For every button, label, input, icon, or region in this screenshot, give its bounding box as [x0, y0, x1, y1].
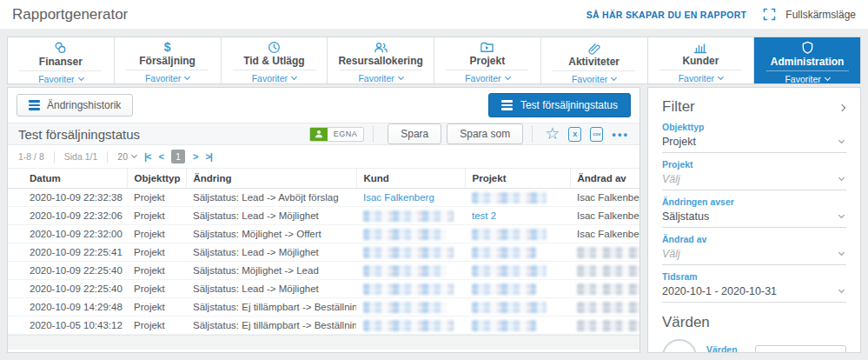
- page-size-select[interactable]: 20: [117, 151, 136, 162]
- chevron-down-icon: [838, 175, 845, 181]
- favorites-dropdown[interactable]: Favoriter: [572, 74, 616, 84]
- tab-resursallokering[interactable]: Resursallokering Favoriter: [327, 37, 434, 83]
- tab-label: Projekt: [470, 55, 506, 67]
- tab-label: Kunder: [682, 55, 719, 67]
- column-header-objekttyp[interactable]: Objekttyp: [127, 169, 186, 189]
- app-header: Rapportgenerator SÅ HÄR SKAPAR DU EN RAP…: [0, 0, 868, 29]
- filter-value: Projekt: [662, 136, 696, 148]
- tab-administration[interactable]: Administration Favoriter: [753, 37, 860, 83]
- cell-andrad-av: [570, 243, 639, 262]
- page-title: Rapportgenerator: [12, 6, 128, 23]
- tab-projekt[interactable]: Projekt Favoriter: [434, 37, 540, 83]
- how-to-create-report-link[interactable]: SÅ HÄR SKAPAR DU EN RAPPORT: [586, 10, 747, 20]
- filter-andringen-avser[interactable]: Ändringen avser Säljstatus: [662, 197, 846, 228]
- chevron-down-icon: [718, 74, 724, 80]
- table-row[interactable]: 2020-10-09 14:29:48ProjektSäljstatus: Ej…: [8, 298, 639, 317]
- table-row[interactable]: 2020-10-09 22:25:40ProjektSäljstatus: Mö…: [8, 262, 639, 280]
- cell-link[interactable]: Isac Falkenberg: [363, 192, 434, 203]
- choose-values-button[interactable]: Välj värden: [755, 345, 846, 353]
- previous-page-button[interactable]: <: [159, 151, 163, 162]
- favorites-dropdown[interactable]: Favoriter: [679, 73, 723, 83]
- tab-aktiviteter[interactable]: Aktiviteter Favoriter: [540, 37, 647, 83]
- chevron-down-icon: [829, 352, 835, 353]
- current-page-button[interactable]: 1: [171, 150, 185, 163]
- redacted-value: [472, 302, 547, 313]
- cell-projekt: [465, 298, 570, 317]
- column-header-projekt[interactable]: Projekt: [465, 169, 570, 189]
- chevron-down-icon: [838, 137, 845, 143]
- collapse-panel-icon[interactable]: [838, 99, 846, 115]
- cell-andring: Säljstatus: Lead -> Avböjt förslag: [186, 189, 356, 207]
- table-row[interactable]: 2020-10-05 10:43:12ProjektSäljstatus: Ej…: [8, 317, 639, 335]
- category-tabbar: Finanser Favoriter $ Försäljning Favorit…: [7, 37, 861, 84]
- column-header-andring[interactable]: Ändring: [186, 169, 356, 189]
- last-page-button[interactable]: >|: [205, 151, 212, 162]
- cell-andrad-av: Isac Falkenberg: [570, 207, 639, 225]
- column-header-kund[interactable]: Kund: [356, 169, 465, 189]
- selected-report-button[interactable]: Test försäljningstatus: [488, 93, 631, 117]
- filter-objekttyp[interactable]: Objekttyp Projekt: [662, 122, 846, 153]
- filter-andrad-av[interactable]: Ändrad av Välj: [662, 234, 846, 265]
- favorites-dropdown[interactable]: Favoriter: [252, 73, 296, 83]
- tab-tid-utlagg[interactable]: Tid & Utlägg Favoriter: [221, 37, 328, 83]
- cell-kund: [356, 207, 465, 225]
- cell-link[interactable]: test 2: [472, 210, 496, 221]
- fullscreen-icon[interactable]: [762, 7, 777, 22]
- change-history-button[interactable]: Ändringshistorik: [17, 94, 133, 117]
- tab-forsaljning[interactable]: $ Försäljning Favoriter: [114, 37, 221, 83]
- export-excel-icon[interactable]: x: [568, 127, 581, 142]
- filter-projekt[interactable]: Projekt Välj: [662, 159, 846, 190]
- cell-datum: 2020-10-05 10:43:12: [8, 317, 127, 335]
- table-row[interactable]: 2020-10-09 22:32:06ProjektSäljstatus: Le…: [8, 207, 639, 225]
- tab-finanser[interactable]: Finanser Favoriter: [8, 37, 114, 83]
- column-header-datum[interactable]: Datum: [8, 169, 127, 189]
- favorite-star-icon[interactable]: ☆: [545, 126, 560, 142]
- cell-datum: 2020-10-09 14:29:48: [8, 298, 127, 317]
- fullscreen-label[interactable]: Fullskärmsläge: [785, 9, 856, 21]
- cell-andring: Säljstatus: Lead -> Möjlighet: [186, 243, 356, 262]
- tab-label: Administration: [771, 56, 845, 68]
- favorites-dropdown[interactable]: Favoriter: [465, 73, 509, 83]
- report-panel: Ändringshistorik Test försäljningstatus …: [7, 87, 640, 353]
- redacted-value: [363, 302, 447, 313]
- chevron-down-icon: [291, 74, 297, 80]
- cell-andrad-av: Isac Falkenberg: [570, 189, 639, 207]
- table-row[interactable]: 2020-10-09 22:32:00ProjektSäljstatus: Mö…: [8, 225, 639, 243]
- next-page-button[interactable]: >: [193, 151, 197, 162]
- redacted-value: [577, 265, 639, 277]
- cell-kund: [356, 298, 465, 317]
- favorites-dropdown[interactable]: Favoriter: [145, 73, 189, 83]
- redacted-value: [577, 247, 639, 258]
- cell-datum: 2020-10-09 22:32:00: [8, 225, 127, 243]
- cell-kund: [356, 280, 465, 298]
- table-row[interactable]: 2020-10-09 22:25:40ProjektSäljstatus: Le…: [8, 280, 639, 298]
- cell-andring: Säljstatus: Möjlighet -> Offert: [186, 225, 356, 243]
- cell-kund: Isac Falkenberg: [356, 189, 465, 207]
- list-icon: [501, 100, 513, 110]
- badge-label: EGNA: [328, 128, 364, 141]
- filter-sidebar: Filter Objekttyp Projekt Projekt Välj Än…: [647, 87, 861, 353]
- cell-kund: [356, 225, 465, 243]
- export-csv-icon[interactable]: csv: [590, 127, 603, 142]
- tab-label: Tid & Utlägg: [243, 55, 304, 67]
- filter-tidsram[interactable]: Tidsram 2020-10-1 - 2020-10-31: [662, 271, 846, 303]
- more-options-icon[interactable]: •••: [612, 128, 629, 141]
- column-header-andrad-av[interactable]: Ändrad av: [570, 169, 639, 189]
- chevron-down-icon: [184, 74, 190, 80]
- save-button[interactable]: Spara: [388, 123, 441, 144]
- redacted-value: [472, 229, 547, 240]
- table-row[interactable]: 2020-10-09 22:25:41ProjektSäljstatus: Le…: [8, 243, 639, 262]
- list-icon: [29, 100, 40, 110]
- favorites-dropdown[interactable]: Favoriter: [785, 74, 829, 84]
- chevron-down-icon: [838, 287, 845, 293]
- favorites-dropdown[interactable]: Favoriter: [38, 74, 83, 84]
- favorites-dropdown[interactable]: Favoriter: [358, 73, 402, 83]
- table-row[interactable]: 2020-10-09 22:32:38ProjektSäljstatus: Le…: [8, 189, 639, 207]
- first-page-button[interactable]: |<: [144, 151, 151, 162]
- cell-projekt: [465, 225, 570, 243]
- varden-label: Värden: [706, 344, 745, 353]
- filter-value: Välj: [662, 173, 680, 185]
- redacted-value: [363, 210, 454, 222]
- tab-kunder[interactable]: Kunder Favoriter: [647, 37, 754, 83]
- save-as-button[interactable]: Spara som: [447, 123, 523, 144]
